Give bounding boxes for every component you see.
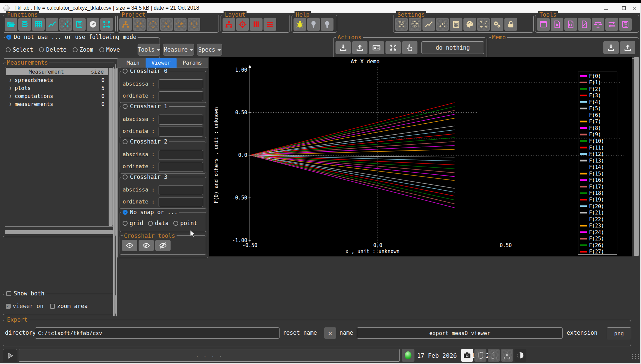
project-clock-button[interactable]: [147, 18, 159, 31]
table-row[interactable]: ❯plots5: [6, 84, 108, 92]
status-download-button[interactable]: [501, 349, 513, 362]
tools-document-button[interactable]: [551, 18, 563, 31]
help-bulb-button[interactable]: [307, 18, 320, 31]
settings-database-button[interactable]: [395, 18, 408, 31]
help-bulb-button[interactable]: [321, 18, 333, 31]
crosshair-3-ordinate-input[interactable]: [159, 197, 203, 207]
actions-download-button[interactable]: [335, 41, 351, 54]
layout-vertical-bars-button[interactable]: [250, 18, 263, 31]
actions-upload-button[interactable]: [352, 41, 367, 54]
settings-lock-button[interactable]: [504, 18, 517, 31]
project-graduation-cap-button[interactable]: [174, 18, 187, 31]
project-tree-button[interactable]: [119, 18, 132, 31]
snap-point-radio[interactable]: [173, 221, 178, 226]
settings-select-frame-button[interactable]: [477, 18, 490, 31]
actions-id-card-button[interactable]: [369, 41, 384, 54]
eye-off-button[interactable]: [155, 240, 171, 251]
specs-menu-button[interactable]: Specs: [197, 44, 222, 56]
project-notebook-button[interactable]: [188, 18, 200, 31]
do-nothing-button[interactable]: do nothing: [421, 41, 484, 54]
crosshair-2-abscissa-input[interactable]: [159, 150, 203, 160]
crosshair-1-ordinate-input[interactable]: [159, 127, 203, 137]
chevron-right-icon[interactable]: ❯: [6, 78, 15, 83]
status-toggle-button[interactable]: [514, 349, 526, 362]
crosshair-0-ordinate-input[interactable]: [159, 91, 203, 101]
table-row[interactable]: ❯spreadsheets0: [6, 76, 108, 84]
panel-scrollbar-outer[interactable]: [113, 68, 115, 316]
crosshair-3-abscissa-input[interactable]: [159, 185, 203, 195]
tools-scales-button[interactable]: [592, 18, 604, 31]
tools-window-button[interactable]: [537, 18, 550, 31]
memo-download-button[interactable]: [603, 41, 619, 54]
layout-tree-button[interactable]: [223, 18, 235, 31]
functions-database-button[interactable]: [18, 18, 31, 31]
tools-calculator-button[interactable]: [619, 18, 632, 31]
chevron-right-icon[interactable]: ❯: [6, 102, 15, 107]
tools-code-file-button[interactable]: [564, 18, 577, 31]
extension-select[interactable]: png: [607, 327, 631, 339]
table-row[interactable]: ❯computations0: [6, 92, 108, 100]
tools-edit-file-button[interactable]: [578, 18, 591, 31]
help-bug-button[interactable]: [294, 18, 306, 31]
mode-zoom-radio[interactable]: [73, 47, 78, 52]
mode-select-radio[interactable]: [6, 47, 11, 52]
settings-palette-button[interactable]: [463, 18, 476, 31]
tools-menu-button[interactable]: Tools: [138, 44, 160, 56]
settings-calculator-button[interactable]: [450, 18, 462, 31]
memo-upload-button[interactable]: [620, 41, 635, 54]
layout-target-button[interactable]: [236, 18, 249, 31]
chevron-right-icon[interactable]: ❯: [6, 86, 15, 91]
no-snap-radio[interactable]: [123, 210, 128, 215]
crosshair-0-abscissa-input[interactable]: [159, 79, 203, 89]
status-camera-button[interactable]: [461, 349, 473, 362]
eye-button[interactable]: [122, 240, 137, 251]
panel-scrollbar-inner[interactable]: [116, 68, 117, 316]
measurements-list[interactable]: Measurement size ❯spreadsheets0❯plots5❯c…: [5, 67, 114, 227]
settings-gears-button[interactable]: [491, 18, 503, 31]
viewer-on-checkbox[interactable]: [6, 304, 11, 309]
close-button[interactable]: [628, 3, 641, 13]
actions-expand-arrows-button[interactable]: [385, 41, 401, 54]
functions-table-button[interactable]: [32, 18, 45, 31]
crosshair-2-ordinate-input[interactable]: [159, 162, 203, 172]
crosshair-0-radio[interactable]: [123, 69, 128, 74]
settings-table-button[interactable]: [409, 18, 421, 31]
crosshair-2-radio[interactable]: [123, 139, 128, 144]
status-clipboard-button[interactable]: [474, 349, 486, 362]
directory-input[interactable]: [35, 327, 280, 339]
do-not-use-radio[interactable]: [6, 35, 11, 40]
minimize-button[interactable]: [599, 3, 612, 13]
functions-select-frame-button[interactable]: [100, 18, 113, 31]
layout-horizontal-bars-button[interactable]: [264, 18, 276, 31]
settings-line-chart-button[interactable]: [422, 18, 435, 31]
eye-partial-button[interactable]: [139, 240, 154, 251]
tab-main[interactable]: Main: [121, 58, 146, 68]
show-both-checkbox[interactable]: [6, 291, 11, 296]
measure-menu-button[interactable]: Measure: [163, 44, 194, 56]
zoom-area-checkbox[interactable]: [50, 304, 55, 309]
resize-grip[interactable]: [632, 354, 640, 359]
mode-delete-radio[interactable]: [39, 47, 44, 52]
plot-vertical-scrollbar[interactable]: [634, 57, 639, 256]
functions-line-chart-button[interactable]: [46, 18, 58, 31]
crosshair-3-radio[interactable]: [123, 175, 128, 180]
functions-gauge-button[interactable]: [87, 18, 99, 31]
tab-viewer[interactable]: Viewer: [146, 58, 177, 68]
functions-folder-open-button[interactable]: [5, 18, 17, 31]
snap-data-radio[interactable]: [148, 221, 153, 226]
functions-bar-chart-button[interactable]: [59, 18, 72, 31]
status-upload-button[interactable]: [488, 349, 500, 362]
plot-canvas[interactable]: 1.000.500.0-0.50-1.00-0.500.00.50At X de…: [209, 57, 632, 256]
project-gear-button[interactable]: [133, 18, 146, 31]
tab-params[interactable]: Params: [177, 58, 208, 68]
tools-swap-arrows-button[interactable]: [605, 18, 618, 31]
measurements-vertical-scrollbar[interactable]: [109, 68, 113, 226]
crosshair-1-abscissa-input[interactable]: [159, 115, 203, 125]
project-person-button[interactable]: [160, 18, 173, 31]
chevron-right-icon[interactable]: ❯: [6, 94, 15, 99]
snap-grid-radio[interactable]: [123, 221, 128, 226]
functions-calculator-button[interactable]: [73, 18, 86, 31]
measurements-horizontal-scrollbar[interactable]: [5, 230, 113, 234]
table-row[interactable]: ❯measurements0: [6, 100, 108, 108]
crosshair-1-radio[interactable]: [123, 104, 128, 109]
